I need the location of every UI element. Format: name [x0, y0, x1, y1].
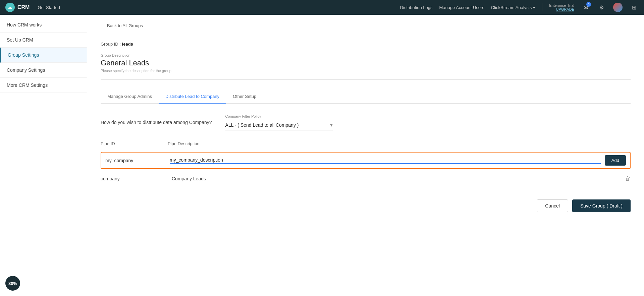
- sidebar-item-how-crm-works[interactable]: How CRM works: [0, 17, 87, 33]
- filter-policy-value: ALL - ( Send Lead to all Company ): [225, 122, 299, 128]
- logo-text: CRM: [17, 4, 30, 10]
- pipe-header-row: Pipe ID Pipe Description: [101, 141, 631, 149]
- back-link[interactable]: ← Back to All Groups: [101, 23, 143, 28]
- add-button[interactable]: Add: [605, 155, 626, 166]
- filter-policy-label: Company Filter Policy: [225, 114, 333, 118]
- pipe-input-row: Add: [101, 152, 631, 169]
- group-description-hint: Please specify the description for the g…: [101, 69, 631, 73]
- cancel-button[interactable]: Cancel: [537, 199, 568, 212]
- save-group-button[interactable]: Save Group ( Draft ): [572, 199, 631, 212]
- notif-badge: 0: [586, 2, 591, 7]
- group-description-label: Group Description: [101, 53, 631, 57]
- filter-policy-select[interactable]: ALL - ( Send Lead to all Company ) ▾: [225, 120, 333, 130]
- pipe-id-input[interactable]: [105, 158, 166, 163]
- sidebar-item-group-settings[interactable]: Group Settings: [0, 48, 87, 63]
- logo-icon: ☁: [5, 3, 15, 12]
- delete-icon[interactable]: 🗑: [625, 176, 631, 182]
- settings-icon[interactable]: ⚙: [597, 3, 606, 12]
- distribute-row: How do you wish to distribute data among…: [101, 114, 631, 130]
- tab-other-setup[interactable]: Other Setup: [226, 90, 263, 104]
- sidebar-item-set-up-crm[interactable]: Set Up CRM: [0, 33, 87, 48]
- clickstream-analysis-link[interactable]: ClickStream Analysis ▾: [491, 5, 535, 10]
- tab-bar: Manage Group Admins Distribute Lead to C…: [101, 90, 631, 104]
- pipe-id-header: Pipe ID: [101, 141, 168, 146]
- table-row: company Company Leads 🗑: [101, 172, 631, 186]
- pipe-description-header: Pipe Description: [168, 141, 631, 146]
- page-layout: How CRM works Set Up CRM Group Settings …: [0, 15, 644, 296]
- enterprise-badge: Enterprise-Trial UPGRADE: [549, 3, 574, 11]
- sidebar-item-company-settings[interactable]: Company Settings: [0, 63, 87, 78]
- pipe-description-cell: Company Leads: [172, 176, 621, 181]
- tab-manage-group-admins[interactable]: Manage Group Admins: [101, 90, 159, 104]
- top-navigation: ☁ CRM Get Started Distribution Logs Mana…: [0, 0, 644, 15]
- sidebar: How CRM works Set Up CRM Group Settings …: [0, 15, 87, 296]
- group-id-value: leads: [122, 42, 133, 47]
- pipe-table: Pipe ID Pipe Description Add company Com…: [101, 141, 631, 186]
- sidebar-item-more-crm-settings[interactable]: More CRM Settings: [0, 78, 87, 93]
- chevron-down-icon: ▾: [533, 5, 535, 10]
- group-description-section: Group Description General Leads Please s…: [101, 53, 631, 80]
- group-description-value: General Leads: [101, 59, 631, 67]
- get-started-link[interactable]: Get Started: [38, 5, 60, 10]
- pipe-description-input[interactable]: [170, 157, 601, 164]
- notifications-icon[interactable]: ✉ 0: [581, 3, 590, 12]
- manage-account-users-link[interactable]: Manage Account Users: [439, 5, 484, 10]
- progress-badge: 80%: [5, 276, 20, 291]
- footer-buttons: Cancel Save Group ( Draft ): [101, 199, 631, 212]
- nav-divider: [542, 3, 542, 11]
- logo[interactable]: ☁ CRM: [5, 3, 30, 12]
- filter-policy-group: Company Filter Policy ALL - ( Send Lead …: [225, 114, 333, 130]
- distribution-logs-link[interactable]: Distribution Logs: [400, 5, 433, 10]
- tab-distribute-lead-to-company[interactable]: Distribute Lead to Company: [159, 90, 226, 104]
- distribute-question: How do you wish to distribute data among…: [101, 120, 212, 125]
- chevron-down-icon: ▾: [330, 122, 333, 128]
- avatar[interactable]: [613, 3, 623, 12]
- main-content: ← Back to All Groups Group ID : leads Gr…: [87, 15, 644, 296]
- grid-icon[interactable]: ⊞: [629, 3, 639, 12]
- upgrade-link[interactable]: UPGRADE: [556, 7, 574, 11]
- topnav-right: Distribution Logs Manage Account Users C…: [400, 3, 639, 12]
- pipe-id-cell: company: [101, 176, 168, 181]
- group-id-row: Group ID : leads: [101, 42, 631, 47]
